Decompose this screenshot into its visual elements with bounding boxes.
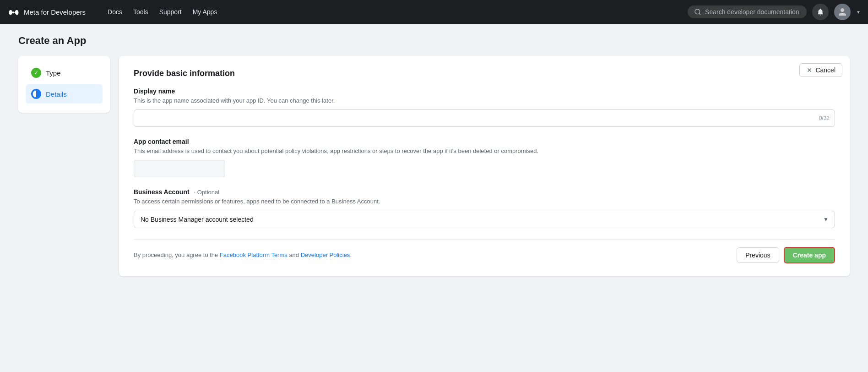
main-card: Cancel Provide basic information Display…	[119, 56, 850, 276]
svg-point-0	[695, 9, 700, 14]
page-content: Create an App ✓ Type Details	[0, 24, 868, 287]
svg-line-1	[699, 13, 700, 15]
display-name-field: Display name This is the app name associ…	[134, 88, 835, 127]
sidebar-item-details[interactable]: Details	[26, 84, 103, 104]
business-account-field: Business Account · Optional To access ce…	[134, 188, 835, 228]
notification-bell[interactable]	[812, 4, 829, 20]
email-input[interactable]	[134, 160, 225, 177]
search-input[interactable]	[705, 8, 800, 16]
business-label: Business Account · Optional	[134, 188, 835, 196]
close-icon	[806, 67, 813, 73]
display-name-desc: This is the app name associated with you…	[134, 97, 835, 105]
user-avatar[interactable]	[834, 4, 851, 20]
footer-actions: Previous Create app	[737, 247, 835, 263]
business-desc: To access certain permissions or feature…	[134, 197, 835, 206]
facebook-terms-link[interactable]: Facebook Platform Terms	[220, 252, 288, 258]
nav-myapps[interactable]: My Apps	[193, 8, 217, 16]
nav-tools[interactable]: Tools	[133, 8, 148, 16]
details-active-icon	[31, 89, 41, 99]
display-name-input-wrapper: 0/32	[134, 109, 835, 127]
meta-logo-icon	[7, 5, 20, 18]
business-account-select[interactable]: No Business Manager account selected	[134, 211, 835, 228]
half-circle-icon	[32, 90, 40, 98]
page-title: Create an App	[18, 35, 850, 47]
nav-support[interactable]: Support	[159, 8, 182, 16]
create-app-button[interactable]: Create app	[784, 247, 835, 263]
bell-icon	[816, 8, 825, 16]
business-select-wrapper: No Business Manager account selected ▼	[134, 211, 835, 228]
card-footer: By proceeding, you agree to the Facebook…	[134, 239, 835, 263]
nav-docs[interactable]: Docs	[108, 8, 122, 16]
account-dropdown[interactable]: ▼	[856, 10, 861, 15]
dropdown-arrow-icon: ▼	[856, 10, 861, 15]
avatar-icon	[838, 7, 847, 16]
search-box[interactable]	[688, 5, 807, 18]
footer-text: By proceeding, you agree to the Facebook…	[134, 252, 352, 258]
optional-label: · Optional	[194, 189, 220, 196]
nav-links: Docs Tools Support My Apps	[108, 8, 217, 16]
display-name-label: Display name	[134, 88, 835, 95]
search-icon	[694, 8, 701, 16]
email-field-group: App contact email This email address is …	[134, 138, 835, 177]
sidebar-item-type[interactable]: ✓ Type	[26, 63, 103, 82]
content-wrapper: ✓ Type Details Cancel	[18, 56, 850, 276]
navbar: Meta for Developers Docs Tools Support M…	[0, 0, 868, 24]
email-label: App contact email	[134, 138, 835, 145]
display-name-input[interactable]	[134, 109, 835, 127]
brand-logo[interactable]: Meta for Developers	[7, 5, 86, 18]
navbar-right: ▼	[688, 4, 861, 20]
email-desc: This email address is used to contact yo…	[134, 147, 835, 155]
developer-policies-link[interactable]: Developer Policies	[301, 252, 350, 258]
type-done-icon: ✓	[31, 68, 41, 78]
cancel-button[interactable]: Cancel	[799, 63, 842, 77]
previous-button[interactable]: Previous	[737, 247, 779, 263]
sidebar: ✓ Type Details	[18, 56, 110, 113]
section-title: Provide basic information	[134, 69, 835, 78]
char-count: 0/32	[819, 115, 830, 121]
